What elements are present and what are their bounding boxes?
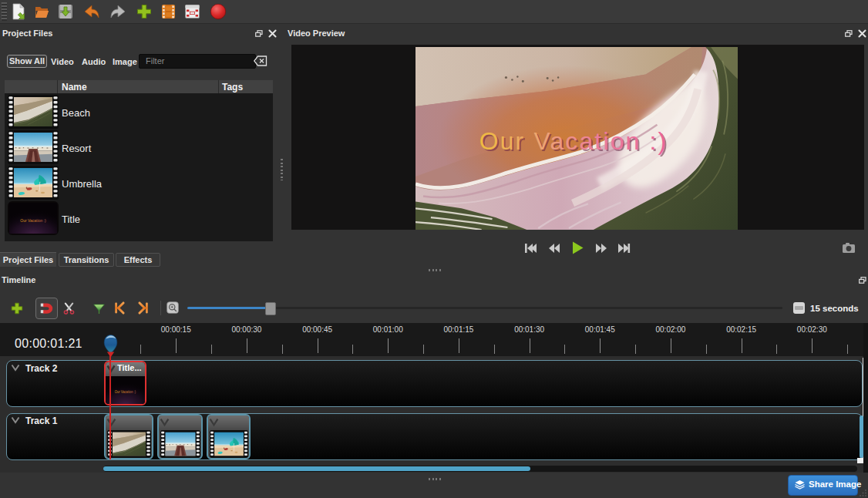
svg-text:Our Vacation :): Our Vacation :): [479, 127, 668, 155]
